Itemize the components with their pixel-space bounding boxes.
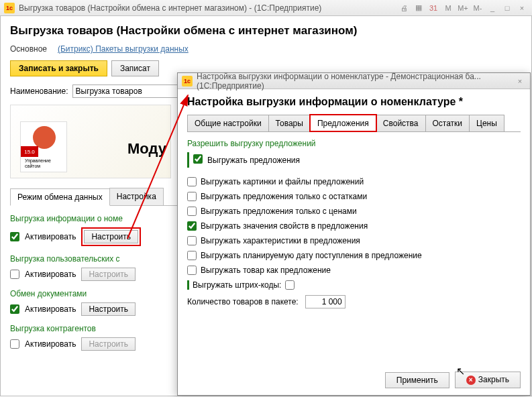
- check-row: Выгружать товар как предложение: [187, 266, 521, 275]
- check-row: Выгружать характеристики в предложения: [187, 236, 521, 245]
- option-label: Выгружать картинки и файлы предложений: [201, 177, 364, 186]
- option-checkbox[interactable]: [187, 221, 197, 231]
- dialog-title: Настройка выгрузки информации о номенкла…: [197, 72, 514, 91]
- close-button[interactable]: ×Закрыть: [455, 372, 521, 388]
- window-title: Выгрузка товаров (Настройки обмена с инт…: [19, 3, 398, 13]
- page-heading: Выгрузка товаров (Настройки обмена с инт…: [10, 24, 522, 38]
- activate-checkbox[interactable]: [10, 339, 19, 349]
- system-icons: 🖨 ▦ 31 M M+ M- _ □ ×: [398, 3, 528, 13]
- save-close-button[interactable]: Записать и закрыть: [10, 60, 107, 76]
- name-input[interactable]: [72, 84, 180, 98]
- dialog-tab[interactable]: Остатки: [425, 115, 470, 131]
- group-title: Разрешить выгрузку предложений: [187, 139, 521, 148]
- option-label: Выгружать значения свойств в предложения: [201, 221, 368, 231]
- banner-title: Моду: [127, 140, 166, 158]
- tab-exchange-mode[interactable]: Режим обмена данных: [10, 188, 110, 206]
- export-offers-checkbox[interactable]: [193, 154, 203, 164]
- main-titlebar: 1c Выгрузка товаров (Настройки обмена с …: [0, 0, 532, 16]
- configure-button: Настроить: [81, 337, 136, 351]
- app-logo-icon: 1c: [4, 3, 15, 13]
- mminus-button[interactable]: M-: [472, 3, 484, 13]
- option-checkbox[interactable]: [187, 192, 197, 201]
- nav-link-bitrix[interactable]: (Битрикс) Пакеты выгрузки данных: [58, 44, 189, 54]
- check-row: Выгружать картинки и файлы предложений: [187, 177, 521, 186]
- minimize-icon[interactable]: _: [486, 3, 498, 13]
- close-icon[interactable]: ×: [516, 3, 528, 13]
- activate-checkbox[interactable]: [10, 270, 19, 279]
- dialog-footer: Применить ×Закрыть: [385, 372, 521, 388]
- settings-dialog: 1c Настройка выгрузки информации о номен…: [177, 72, 531, 396]
- option-label: Выгружать характеристики в предложения: [201, 236, 360, 245]
- configure-button: Настроить: [81, 268, 136, 281]
- export-offers-label: Выгружать предложения: [207, 156, 300, 165]
- qty-label: Количество товаров в пакете:: [187, 297, 299, 306]
- bitrix-box-text: Управление сайтом: [25, 158, 66, 169]
- m-button[interactable]: M: [442, 3, 454, 13]
- option-checkbox[interactable]: [187, 177, 197, 186]
- activate-label: Активировать: [25, 339, 76, 349]
- option-label: Выгружать планируемую дату поступления в…: [201, 251, 422, 260]
- configure-button[interactable]: Настроить: [84, 230, 138, 243]
- activate-checkbox[interactable]: [10, 232, 19, 241]
- dialog-heading: Настройка выгрузки информации о номенкла…: [187, 96, 521, 108]
- tab-settings[interactable]: Настройка: [109, 188, 164, 205]
- option-checkbox[interactable]: [187, 251, 197, 260]
- nav-main[interactable]: Основное: [10, 44, 47, 54]
- bitrix-logo-icon: [33, 126, 56, 149]
- check-row: Выгружать значения свойств в предложения: [187, 221, 521, 231]
- calendar-icon[interactable]: 31: [427, 3, 439, 13]
- activate-label: Активировать: [25, 232, 76, 241]
- option-label: Выгружать предложения только с ценами: [201, 207, 357, 216]
- bitrix-version-badge: 15.0: [21, 146, 38, 157]
- close-x-icon: ×: [466, 376, 476, 385]
- maximize-icon[interactable]: □: [501, 3, 513, 13]
- activate-label: Активировать: [25, 304, 76, 314]
- configure-button[interactable]: Настроить: [81, 302, 136, 316]
- app-logo-icon: 1c: [182, 76, 193, 87]
- activate-label: Активировать: [25, 270, 76, 279]
- activate-checkbox[interactable]: [10, 304, 19, 314]
- dialog-tab[interactable]: Товары: [268, 115, 311, 131]
- bitrix-box: 15.0 Управление сайтом: [20, 121, 67, 172]
- main-check-row: Выгружать предложения: [187, 152, 521, 168]
- mplus-button[interactable]: M+: [457, 3, 469, 13]
- barcode-row: Выгружать штрих-коды:: [187, 280, 521, 290]
- save-button[interactable]: Записат: [111, 60, 159, 76]
- grid-icon[interactable]: ▦: [413, 3, 425, 13]
- option-checkbox[interactable]: [187, 266, 197, 275]
- print-icon[interactable]: 🖨: [398, 3, 410, 13]
- dialog-sysicons: ×: [514, 76, 526, 87]
- check-row: Выгружать предложения только с остатками: [187, 192, 521, 201]
- nav-row: Основное (Битрикс) Пакеты выгрузки данны…: [10, 44, 522, 54]
- qty-input[interactable]: [305, 295, 345, 308]
- apply-button[interactable]: Применить: [385, 372, 449, 388]
- option-checkbox[interactable]: [187, 236, 197, 245]
- check-row: Выгружать предложения только с ценами: [187, 207, 521, 216]
- dialog-tab[interactable]: Свойства: [376, 115, 426, 131]
- barcode-checkbox[interactable]: [285, 280, 295, 290]
- dialog-tab[interactable]: Цены: [469, 115, 504, 131]
- dialog-tab[interactable]: Предложения: [310, 115, 376, 131]
- bitrix-banner: 15.0 Управление сайтом Моду: [10, 105, 171, 178]
- close-icon[interactable]: ×: [514, 76, 526, 87]
- name-label: Наименование:: [10, 87, 68, 96]
- qty-row: Количество товаров в пакете:: [187, 295, 521, 308]
- option-label: Выгружать товар как предложение: [201, 266, 331, 275]
- barcode-label: Выгружать штрих-коды:: [193, 280, 281, 290]
- option-checkbox[interactable]: [187, 207, 197, 216]
- dialog-tabs: Общие настройкиТоварыПредложенияСвойства…: [187, 115, 521, 132]
- check-row: Выгружать планируемую дату поступления в…: [187, 251, 521, 260]
- dialog-tab[interactable]: Общие настройки: [187, 115, 269, 131]
- option-label: Выгружать предложения только с остатками: [201, 192, 367, 201]
- dialog-content: Настройка выгрузки информации о номенкла…: [178, 89, 530, 315]
- dialog-titlebar: 1c Настройка выгрузки информации о номен…: [178, 73, 530, 89]
